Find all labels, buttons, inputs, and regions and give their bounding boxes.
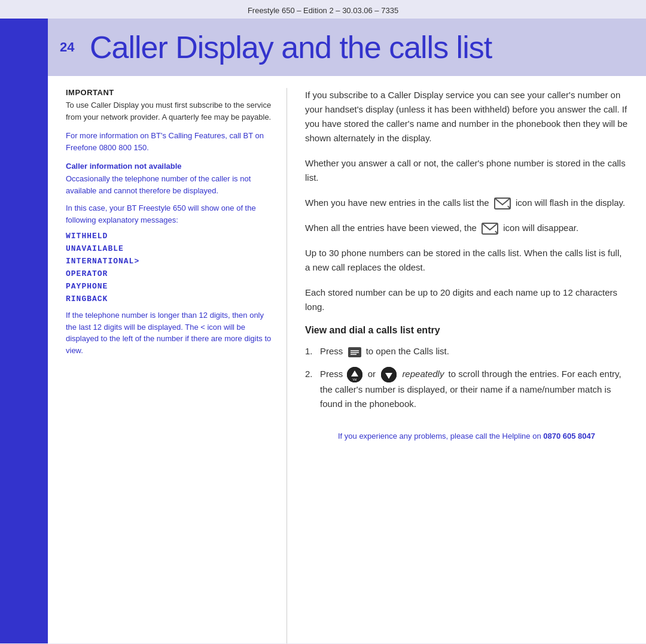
para4-part1: When all the entries have been viewed, t… xyxy=(305,223,477,233)
para5: Up to 30 phone numbers can be stored in … xyxy=(305,246,628,275)
calls-icon-2 xyxy=(482,223,498,235)
right-column: If you subscribe to a Caller Display ser… xyxy=(287,88,646,643)
para4-part2: icon will disappear. xyxy=(503,223,578,233)
para3-part2: icon will flash in the display. xyxy=(516,198,625,208)
step2-or: or xyxy=(368,369,376,379)
step1-part2: to open the Calls list. xyxy=(366,346,449,356)
page-container: 24 Caller Display and the calls list IMP… xyxy=(0,19,646,643)
code-ringback: RINGBACK xyxy=(66,294,275,303)
important-label: IMPORTANT xyxy=(66,88,275,97)
code-operator: OPERATOR xyxy=(66,269,275,278)
footer-number: 0870 605 8047 xyxy=(543,432,595,441)
svg-text:Vol: Vol xyxy=(352,378,356,381)
caller-info-text1: Occasionally the telephone number of the… xyxy=(66,173,275,196)
step1-num: 1. xyxy=(305,344,313,359)
para3-part1: When you have new entries in the calls l… xyxy=(305,198,489,208)
important-text: To use Caller Display you must first sub… xyxy=(66,99,275,123)
step1-part1: Press xyxy=(320,346,343,356)
footer: If you experience any problems, please c… xyxy=(305,420,628,441)
top-bar: Freestyle 650 – Edition 2 – 30.03.06 – 7… xyxy=(0,0,646,19)
title-bar: 24 Caller Display and the calls list xyxy=(48,19,646,76)
footer-text: If you experience any problems, please c… xyxy=(338,432,541,441)
caller-info-heading: Caller information not available xyxy=(66,162,275,171)
down-button-icon xyxy=(381,367,397,382)
para3: When you have new entries in the calls l… xyxy=(305,196,628,210)
section-heading: View and dial a calls list entry xyxy=(305,325,628,336)
left-column: IMPORTANT To use Caller Display you must… xyxy=(48,88,287,643)
step-1: 1. Press to open the Calls list. xyxy=(305,344,628,359)
main-content: IMPORTANT To use Caller Display you must… xyxy=(48,76,646,643)
code-international: INTERNATIONAL> xyxy=(66,257,275,266)
calls-list-button-icon xyxy=(348,347,361,357)
code-unavailable: UNAVAILABLE xyxy=(66,244,275,253)
code-withheld: WITHHELD xyxy=(66,232,275,241)
codes-list: WITHHELD UNAVAILABLE INTERNATIONAL> OPER… xyxy=(66,232,275,303)
calls-icon xyxy=(494,198,511,209)
page-number: 24 xyxy=(60,40,78,55)
step2-num: 2. xyxy=(305,367,313,381)
code-payphone: PAYPHONE xyxy=(66,282,275,291)
page-title: Caller Display and the calls list xyxy=(90,29,492,65)
para4: When all the entries have been viewed, t… xyxy=(305,221,628,235)
step2-part1: Press xyxy=(320,369,343,379)
caller-info-text2: In this case, your BT Freestyle 650 will… xyxy=(66,202,275,226)
up-button-icon: Vol xyxy=(347,367,362,382)
steps-list: 1. Press to open the Calls list. xyxy=(305,344,628,411)
last-note: If the telephone number is longer than 1… xyxy=(66,309,275,356)
para6: Each stored number can be up to 20 digit… xyxy=(305,285,628,314)
left-blue-bar xyxy=(0,19,48,643)
content-area: 24 Caller Display and the calls list IMP… xyxy=(48,19,646,643)
edition-info: Freestyle 650 – Edition 2 – 30.03.06 – 7… xyxy=(248,6,398,15)
bt-link-text: For more information on BT's Calling Fea… xyxy=(66,130,275,153)
step-2: 2. Press Vol or xyxy=(305,367,628,411)
step2-italic: repeatedly xyxy=(402,369,444,379)
step2-part2: to scroll through the entries. For each … xyxy=(320,369,621,409)
para1: If you subscribe to a Caller Display ser… xyxy=(305,88,628,145)
para2: Whether you answer a call or not, the ca… xyxy=(305,156,628,185)
